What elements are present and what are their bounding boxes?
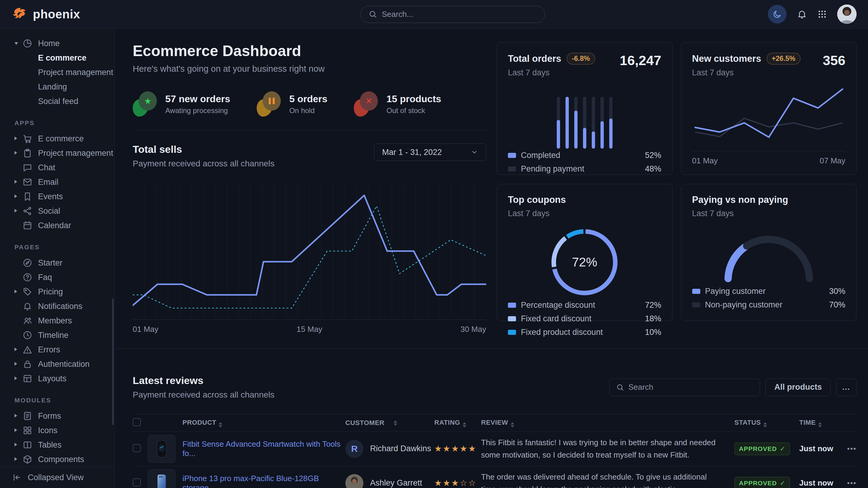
- sidebar-item-calendar[interactable]: Calendar: [0, 218, 114, 233]
- warning-triangle-icon: [22, 345, 33, 355]
- x-icon: ✕: [354, 91, 378, 117]
- sidebar-scrollbar[interactable]: [112, 298, 114, 425]
- chevron-right-icon: [14, 194, 22, 199]
- column-header-customer[interactable]: CUSTOMER: [345, 419, 434, 427]
- chevron-right-icon: [14, 457, 22, 462]
- column-header-review[interactable]: REVIEW: [481, 419, 734, 427]
- theme-toggle-moon-icon[interactable]: [768, 5, 786, 24]
- divider: [133, 130, 486, 130]
- row-checkbox[interactable]: [133, 478, 141, 487]
- sidebar-item-ecommerce-dashboard[interactable]: E commerce: [0, 51, 114, 65]
- product-thumbnail-iphone[interactable]: [148, 469, 176, 488]
- bell-icon: [22, 301, 33, 312]
- chevron-down-icon: [14, 41, 22, 46]
- sidebar-item-members[interactable]: Members: [0, 314, 114, 328]
- question-circle-icon: [22, 272, 33, 283]
- chat-icon: [22, 162, 33, 173]
- sidebar-item-icons[interactable]: Icons: [0, 423, 114, 438]
- sidebar-item-errors[interactable]: Errors: [0, 343, 114, 357]
- new-customers-card: New customers +26.5% Last 7 days 356 01 …: [681, 42, 857, 175]
- sidebar-item-tables[interactable]: Tables: [0, 438, 114, 452]
- paying-gauge-chart: [719, 230, 818, 283]
- total-sells-x-axis: 01 May 15 May 30 May: [133, 325, 486, 334]
- tag-icon: [22, 287, 33, 297]
- column-header-time[interactable]: TIME: [799, 419, 841, 427]
- legend-item: Fixed card discount18%: [508, 312, 661, 326]
- collapse-icon: [12, 473, 22, 482]
- sidebar-item-events[interactable]: Events: [0, 189, 114, 204]
- chevron-right-icon: [14, 376, 22, 381]
- sidebar-item-faq[interactable]: Faq: [0, 270, 114, 285]
- total-sells-title: Total sells: [133, 143, 275, 155]
- more-options-button[interactable]: ...: [836, 379, 857, 396]
- apps-grid-icon[interactable]: [817, 9, 827, 19]
- stat-new-orders: ★ 57 new orders Awating processing: [133, 91, 230, 117]
- new-customers-chart: [692, 82, 846, 146]
- notifications-bell-icon[interactable]: [797, 9, 807, 19]
- user-avatar[interactable]: [837, 4, 857, 24]
- global-search: [361, 6, 545, 23]
- sidebar-item-components[interactable]: Components: [0, 452, 114, 466]
- product-link[interactable]: Fitbit Sense Advanced Smartwatch with To…: [183, 440, 341, 458]
- column-header-product[interactable]: PRODUCT: [183, 419, 345, 427]
- clock-icon: [22, 330, 33, 340]
- stat-out-of-stock: ✕ 15 products Out of stock: [354, 91, 441, 117]
- all-products-filter-button[interactable]: All products: [766, 379, 831, 396]
- total-orders-card: Total orders -6.8% Last 7 days 16,247 Co…: [497, 42, 673, 175]
- legend-item: Paying customer30%: [692, 285, 846, 298]
- reviews-search-input[interactable]: [628, 383, 753, 392]
- pie-chart-icon: [22, 38, 33, 48]
- customer-avatar: [345, 474, 364, 488]
- column-header-rating[interactable]: RATING: [434, 419, 481, 427]
- row-more-button[interactable]: •••: [847, 479, 857, 487]
- row-more-button[interactable]: •••: [847, 445, 857, 453]
- reviews-table: PRODUCT CUSTOMER RATING REVIEW STATUS TI…: [133, 414, 857, 488]
- column-header-status[interactable]: STATUS: [734, 419, 799, 427]
- lock-icon: [22, 359, 33, 369]
- total-sells-subtitle: Payment received across all channels: [133, 159, 275, 168]
- brand-name: phoenix: [33, 7, 80, 21]
- total-orders-value: 16,247: [620, 53, 661, 68]
- sidebar-item-ecommerce[interactable]: E commerce: [0, 131, 114, 146]
- chevron-right-icon: [14, 180, 22, 185]
- brand[interactable]: phoenix: [11, 6, 115, 23]
- sidebar-item-landing[interactable]: Landing: [0, 79, 114, 94]
- table-icon: [22, 440, 33, 450]
- date-range-select[interactable]: Mar 1 - 31, 2022: [374, 143, 486, 161]
- sidebar-item-layouts[interactable]: Layouts: [0, 371, 114, 386]
- sort-icon: [394, 421, 397, 426]
- reviews-search: [609, 379, 760, 396]
- sidebar-item-timeline[interactable]: Timeline: [0, 328, 114, 343]
- search-icon: [616, 383, 624, 391]
- sidebar-item-starter[interactable]: Starter: [0, 256, 114, 270]
- cube-icon: [22, 454, 33, 464]
- select-all-checkbox[interactable]: [133, 418, 141, 426]
- sidebar-item-pricing[interactable]: Pricing: [0, 285, 114, 299]
- reviews-title: Latest reviews: [133, 375, 275, 386]
- search-input[interactable]: [382, 10, 537, 19]
- sidebar-item-home[interactable]: Home: [0, 36, 114, 51]
- sidebar-item-email[interactable]: Email: [0, 175, 114, 189]
- sidebar-item-social-feed[interactable]: Social feed: [0, 94, 114, 108]
- sidebar-item-social[interactable]: Social: [0, 204, 114, 218]
- sort-icon: [818, 422, 822, 427]
- status-badge: APPROVED✓: [734, 443, 790, 455]
- chevron-right-icon: [14, 208, 22, 214]
- sidebar-item-chat[interactable]: Chat: [0, 160, 114, 175]
- product-link[interactable]: iPhone 13 pro max-Pacific Blue-128GB sto…: [183, 474, 319, 488]
- customer-name: Richard Dawkins: [370, 444, 431, 453]
- pause-icon: [257, 91, 281, 117]
- orders-bar-chart: [508, 97, 661, 149]
- product-thumbnail-smartwatch[interactable]: [148, 435, 176, 463]
- paying-vs-nonpaying-card: Paying vs non paying Last 7 days Paying …: [681, 184, 857, 321]
- row-checkbox[interactable]: [133, 444, 141, 452]
- sidebar-item-project-management[interactable]: Project management: [0, 146, 114, 160]
- sidebar-item-authentication[interactable]: Authentication: [0, 357, 114, 371]
- sidebar-item-forms[interactable]: Forms: [0, 409, 114, 423]
- sidebar-item-notifications[interactable]: Notifications: [0, 299, 114, 314]
- collapse-sidebar-button[interactable]: Collapsed View: [0, 466, 114, 488]
- mail-icon: [22, 177, 33, 187]
- sidebar-item-project-management-dashboard[interactable]: Project management: [0, 65, 114, 79]
- donut-center-label: 72%: [548, 226, 621, 298]
- cart-icon: [22, 133, 33, 144]
